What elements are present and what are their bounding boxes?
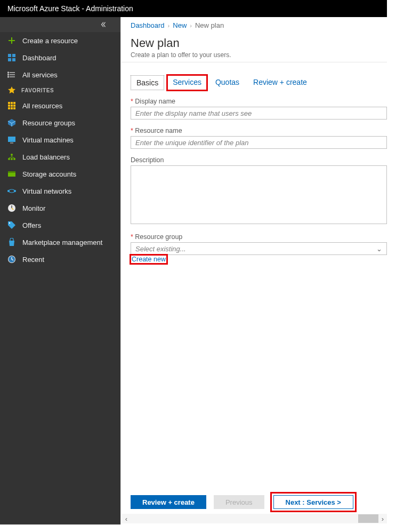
svg-rect-23 [8, 171, 15, 173]
dashboard-icon [7, 53, 16, 62]
monitor-icon [7, 204, 16, 212]
svg-point-20 [11, 158, 13, 160]
list-icon [7, 70, 16, 79]
svg-rect-13 [8, 107, 10, 109]
resource-name-input[interactable] [131, 136, 387, 149]
breadcrumb-dashboard[interactable]: Dashboard [131, 21, 165, 29]
next-services-button[interactable]: Next : Services > [273, 495, 353, 509]
plus-icon [7, 36, 16, 45]
svg-point-21 [13, 158, 15, 160]
favorites-label: FAVORITES [21, 88, 54, 93]
resource-group-dropdown[interactable]: Select existing... ⌄ [131, 242, 387, 255]
scroll-track[interactable] [131, 514, 378, 523]
titlebar: Microsoft Azure Stack - Administration [0, 0, 387, 17]
svg-point-25 [14, 190, 16, 192]
page-subtitle: Create a plan to offer to your users. [131, 51, 377, 59]
previous-button[interactable]: Previous [214, 495, 264, 509]
breadcrumb-new[interactable]: New [173, 21, 187, 29]
breadcrumb: Dashboard › New › New plan [121, 17, 387, 34]
sidebar-dashboard[interactable]: Dashboard [0, 49, 120, 66]
svg-rect-12 [13, 105, 15, 107]
sidebar-item-storage-accounts[interactable]: Storage accounts [0, 165, 120, 182]
sidebar-item-virtual-networks[interactable]: Virtual networks [0, 182, 120, 200]
svg-rect-15 [13, 107, 15, 109]
tab-review-create[interactable]: Review + create [248, 75, 312, 90]
star-icon [7, 86, 16, 94]
svg-rect-11 [11, 105, 13, 107]
sidebar-item-recent[interactable]: Recent [0, 251, 120, 268]
svg-rect-8 [11, 102, 13, 104]
scroll-left-icon[interactable]: ‹ [122, 514, 131, 523]
review-create-button[interactable]: Review + create [131, 495, 206, 509]
field-resource-name: Resource name [131, 127, 387, 149]
network-icon [7, 187, 16, 195]
sidebar-item-label: Monitor [22, 204, 45, 212]
sidebar-item-offers[interactable]: Offers [0, 217, 120, 234]
sidebar-item-all-resources[interactable]: All resources [0, 97, 120, 114]
sidebar-item-label: Recent [22, 256, 44, 264]
svg-point-4 [8, 72, 9, 73]
svg-rect-0 [8, 54, 11, 57]
resource-group-label: Resource group [131, 233, 387, 241]
svg-rect-10 [8, 105, 10, 107]
sidebar-item-label: Storage accounts [22, 170, 76, 178]
sidebar-item-label: Virtual machines [22, 136, 74, 144]
load-balancer-icon [7, 153, 16, 161]
chevron-double-left-icon [99, 20, 108, 29]
svg-point-18 [11, 154, 13, 156]
sidebar-item-virtual-machines[interactable]: Virtual machines [0, 131, 120, 148]
vm-icon [7, 136, 16, 144]
svg-point-6 [8, 76, 9, 77]
display-name-input[interactable] [131, 107, 387, 120]
tab-quotas[interactable]: Quotas [210, 75, 245, 90]
resource-name-label: Resource name [131, 127, 387, 134]
chevron-down-icon: ⌄ [376, 245, 382, 253]
sidebar-item-marketplace[interactable]: Marketplace management [0, 234, 120, 251]
tabs: Basics Services Quotas Review + create [131, 75, 387, 90]
sidebar-item-resource-groups[interactable]: Resource groups [0, 114, 120, 131]
grid-icon [7, 101, 16, 110]
bag-icon [7, 238, 16, 246]
footer-actions: Review + create Previous Next : Services… [131, 494, 387, 511]
sidebar-item-monitor[interactable]: Monitor [0, 200, 120, 217]
next-button-highlight: Next : Services > [272, 494, 355, 511]
create-new-link[interactable]: Create new [131, 255, 167, 264]
svg-point-27 [9, 222, 10, 224]
sidebar-item-label: Marketplace management [22, 238, 102, 246]
svg-rect-16 [8, 137, 15, 142]
sidebar-create-resource[interactable]: Create a resource [0, 32, 120, 49]
svg-rect-1 [12, 54, 15, 57]
sidebar-all-services[interactable]: All services [0, 66, 120, 83]
svg-rect-17 [10, 142, 13, 144]
page-header: New plan Create a plan to offer to your … [121, 34, 387, 62]
field-description: Description [131, 156, 387, 226]
sidebar-favorites-header: FAVORITES [0, 83, 120, 97]
resource-group-value: Select existing... [135, 245, 186, 253]
tab-services[interactable]: Services [167, 75, 207, 90]
svg-point-24 [8, 190, 10, 192]
sidebar-item-label: Dashboard [22, 54, 56, 62]
svg-point-5 [8, 74, 9, 75]
right-gutter [387, 0, 420, 525]
cube-icon [7, 118, 16, 127]
main-panel: Dashboard › New › New plan New plan Crea… [120, 17, 387, 524]
sidebar-item-label: Load balancers [22, 153, 70, 161]
breadcrumb-current: New plan [195, 21, 224, 29]
sidebar-item-load-balancers[interactable]: Load balancers [0, 148, 120, 165]
tab-basics[interactable]: Basics [131, 75, 164, 90]
sidebar-collapse-button[interactable] [0, 17, 120, 32]
field-resource-group: Resource group Select existing... ⌄ Crea… [131, 233, 387, 264]
scroll-right-icon[interactable]: › [378, 514, 387, 523]
chevron-right-icon: › [168, 22, 170, 29]
titlebar-text: Microsoft Azure Stack - Administration [7, 4, 133, 13]
clock-icon [7, 255, 16, 264]
description-textarea[interactable] [131, 165, 387, 224]
scroll-thumb[interactable] [358, 514, 378, 523]
sidebar: Create a resource Dashboard All services… [0, 17, 120, 524]
svg-rect-9 [13, 102, 15, 104]
tag-icon [7, 221, 16, 229]
svg-rect-7 [8, 102, 10, 104]
sidebar-item-label: Create a resource [22, 37, 78, 45]
horizontal-scrollbar[interactable]: ‹ › [122, 514, 387, 523]
chevron-right-icon: › [190, 22, 192, 29]
